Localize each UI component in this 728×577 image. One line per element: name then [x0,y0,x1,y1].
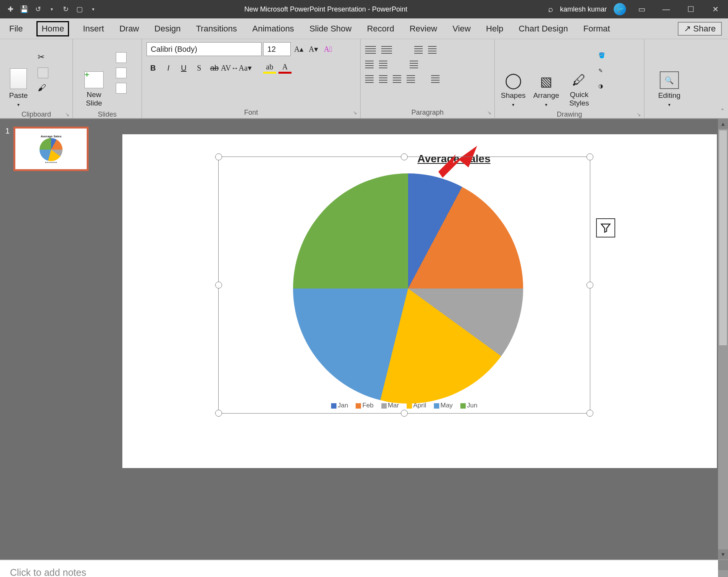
user-name[interactable]: kamlesh kumar [560,5,607,13]
tab-chart-design[interactable]: Chart Design [517,21,569,36]
underline-button[interactable]: U [177,62,190,74]
layout-icon[interactable] [116,52,127,63]
editing-button[interactable]: 🔍 Editing▾ [656,42,683,107]
clipboard-dialog-icon[interactable]: ↘ [65,112,69,117]
shapes-button[interactable]: ◯ Shapes▾ [499,42,527,107]
group-drawing-label: Drawing [557,110,582,119]
slide-canvas-area[interactable]: Average Sales Jan Feb Mar [111,119,728,559]
drawing-dialog-icon[interactable]: ↘ [637,112,641,117]
italic-button[interactable]: I [162,62,175,74]
slide-thumbnail-pane[interactable]: 1 Average Sales ■ ■ ■ ■ ■ ■ [0,119,111,559]
new-slide-button[interactable]: ＋ New Slide [77,42,110,107]
thumb-chart-title: Average Sales [41,135,61,138]
copy-icon[interactable] [38,68,48,78]
tab-view[interactable]: View [451,21,472,36]
vertical-scrollbar[interactable]: ▲ ▼ [718,119,728,559]
redo-icon[interactable]: ↻ [61,4,71,14]
cut-icon[interactable]: ✂ [38,52,48,63]
text-direction-icon[interactable] [428,46,436,54]
qat-customize-icon[interactable]: ▾ [88,4,98,14]
shape-outline-icon[interactable]: ✎ [598,68,609,78]
line-spacing-icon[interactable] [414,46,423,54]
arrange-button[interactable]: ▧ Arrange▾ [532,42,560,107]
search-icon[interactable]: ⌕ [548,4,553,14]
shape-effects-icon[interactable]: ◑ [598,83,609,94]
notes-pane[interactable]: Click to add notes ▲ ▼ [0,559,728,577]
scroll-thumb[interactable] [719,130,727,345]
group-paragraph-label: Paragraph [411,109,443,117]
align-center-icon[interactable] [379,75,387,84]
quick-styles-button[interactable]: 🖊 Quick Styles [565,42,593,107]
slide-thumbnail-1[interactable]: Average Sales ■ ■ ■ ■ ■ ■ [13,127,89,171]
paragraph-dialog-icon[interactable]: ↘ [487,110,491,115]
clear-formatting-icon[interactable]: A⃠ [321,43,334,55]
section-icon[interactable] [116,83,127,94]
scroll-down-icon[interactable]: ▼ [718,549,728,559]
start-slideshow-icon[interactable]: ▢ [74,4,84,14]
font-size-combo[interactable]: 12 [263,42,291,56]
tab-help[interactable]: Help [484,21,505,36]
align-right-icon[interactable] [393,75,401,84]
minimize-icon[interactable]: — [657,2,675,17]
reset-icon[interactable] [116,68,127,78]
increase-indent-icon[interactable] [379,61,387,69]
tab-record[interactable]: Record [366,21,396,36]
numbering-icon[interactable] [381,46,392,54]
decrease-font-icon[interactable]: A▾ [307,43,320,55]
resize-handle-bm[interactable] [401,410,408,417]
tab-file[interactable]: File [8,21,24,36]
align-text-icon[interactable] [410,61,418,69]
resize-handle-tm[interactable] [401,153,408,160]
tab-draw[interactable]: Draw [118,21,140,36]
bullets-icon[interactable] [365,46,376,54]
resize-handle-mr[interactable] [586,282,593,288]
shadow-button[interactable]: S [193,62,206,74]
scroll-up-icon[interactable]: ▲ [718,119,728,129]
change-case-button[interactable]: Aa▾ [239,62,252,74]
convert-smartart-icon[interactable] [431,75,440,84]
pie-chart[interactable] [293,173,523,404]
paste-button[interactable]: Paste ▾ [5,42,32,107]
save-icon[interactable]: 💾 [19,4,29,14]
char-spacing-button[interactable]: AV↔ [223,62,236,74]
tab-review[interactable]: Review [408,21,439,36]
resize-handle-br[interactable] [586,410,593,417]
resize-handle-bl[interactable] [215,410,222,417]
ribbon-display-icon[interactable]: ▭ [633,2,651,17]
increase-font-icon[interactable]: A▴ [292,43,305,55]
notes-placeholder[interactable]: Click to add notes [10,567,86,577]
close-icon[interactable]: ✕ [707,2,724,17]
maximize-icon[interactable]: ☐ [682,2,700,17]
slide[interactable]: Average Sales Jan Feb Mar [122,134,717,468]
tab-transitions[interactable]: Transitions [194,21,239,36]
user-avatar-icon[interactable]: 🐦 [614,3,626,15]
tab-animations[interactable]: Animations [251,21,296,36]
strikethrough-button[interactable]: ab [208,62,221,74]
notes-scroll-up-icon[interactable]: ▲ [718,560,728,570]
justify-icon[interactable] [407,75,415,84]
resize-handle-ml[interactable] [215,282,222,288]
font-color-button[interactable]: A [278,62,292,74]
tab-insert[interactable]: Insert [81,21,105,36]
resize-handle-tr[interactable] [586,153,593,160]
shape-fill-icon[interactable]: 🪣 [598,52,609,63]
tab-home[interactable]: Home [36,21,69,36]
font-name-combo[interactable]: Calibri (Body) [147,42,262,56]
bold-button[interactable]: B [147,62,160,74]
tab-format[interactable]: Format [582,21,612,36]
share-button[interactable]: ↗ Share [678,22,722,36]
font-dialog-icon[interactable]: ↘ [353,110,357,115]
resize-handle-tl[interactable] [215,153,222,160]
align-left-icon[interactable] [365,75,374,84]
tab-design[interactable]: Design [153,21,182,36]
autosave-icon[interactable]: ✚ [5,4,15,14]
tab-slideshow[interactable]: Slide Show [308,21,353,36]
highlight-color-button[interactable]: ab [263,62,276,74]
chart-filter-button[interactable] [596,218,615,237]
notes-scrollbar[interactable]: ▲ ▼ [718,560,728,577]
collapse-ribbon-icon[interactable]: ˄ [721,107,724,116]
undo-icon[interactable]: ↺ [33,4,43,14]
decrease-indent-icon[interactable] [365,61,374,69]
format-painter-icon[interactable]: 🖌 [38,83,48,94]
undo-more-icon[interactable]: ▾ [47,4,57,14]
